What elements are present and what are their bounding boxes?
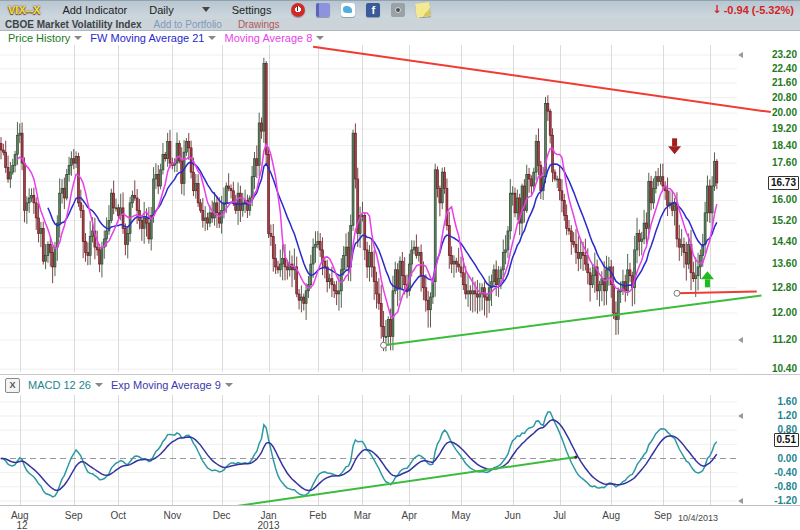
drawings-link[interactable]: Drawings	[238, 19, 280, 30]
down-arrow-icon: ↓	[712, 3, 721, 16]
price-axis-tick: 17.60	[772, 157, 797, 168]
month-axis-label: Aug	[0, 510, 40, 521]
month-axis-label: Mar	[342, 510, 382, 521]
price-axis-tick: 14.40	[772, 236, 797, 247]
drawn-annotations-group[interactable]	[196, 47, 771, 512]
candlestick-series	[0, 58, 718, 352]
chevron-down-icon[interactable]	[208, 36, 216, 40]
add-indicator-button[interactable]: Add Indicator	[62, 4, 127, 16]
trendline-annotation[interactable]	[196, 457, 576, 512]
book-icon[interactable]	[316, 3, 330, 17]
price-legend-item-dropdown[interactable]: Price History	[8, 32, 82, 44]
price-axis-tick: 23.20	[772, 49, 797, 60]
macd-axis-tick: 1.60	[778, 396, 797, 407]
year-axis-label: 2013	[249, 520, 289, 530]
time-axis[interactable]: 12AugSepOctNovDecJan2013FebMarAprMayJunJ…	[0, 505, 800, 530]
price-axis-tick: 11.20	[773, 334, 797, 345]
price-axis-tick: 15.20	[772, 215, 797, 226]
price-legend-item-label: FW Moving Average 21	[90, 32, 204, 44]
camera-icon[interactable]	[391, 3, 405, 17]
year-axis-label: 12	[2, 520, 42, 530]
change-value: -0.94 (-5.32%)	[724, 4, 794, 16]
macd-pane-legend: MACD 12 26Exp Moving Average 9	[20, 379, 233, 391]
price-axis-tick: 21.60	[772, 77, 797, 88]
macd-pane-header: X MACD 12 26Exp Moving Average 9	[0, 374, 800, 395]
price-axis-tick: 12.00	[772, 307, 797, 318]
chevron-down-icon[interactable]	[225, 383, 233, 387]
trendline-annotation[interactable]	[384, 295, 762, 345]
period-dropdown-caret-icon[interactable]	[202, 7, 210, 12]
macd-axis-tick: 1.20	[778, 410, 797, 421]
axis-range-marker-icon	[738, 52, 743, 58]
price-axis-tick: 18.40	[772, 140, 797, 151]
price-axis-tick: 19.20	[772, 123, 797, 134]
macd-axis-tick: -0.80	[774, 481, 797, 492]
trendline-endpoint[interactable]	[574, 455, 577, 458]
price-axis-tick: 13.60	[772, 258, 797, 269]
chevron-down-icon[interactable]	[316, 36, 324, 40]
trendline-handle[interactable]	[381, 342, 387, 348]
chevron-down-icon[interactable]	[95, 383, 103, 387]
price-pane-legend: Price HistoryFW Moving Average 21Moving …	[0, 31, 800, 45]
price-legend-item-label: Price History	[8, 32, 70, 44]
macd-close-button[interactable]: X	[5, 378, 20, 393]
price-axis-tick: 16.00	[772, 194, 797, 205]
month-axis-label: Apr	[389, 510, 429, 521]
arrow-down-annotation-stem[interactable]	[672, 138, 677, 146]
top-toolbar: VIX--X Add Indicator Daily Settings f ↓-…	[0, 0, 800, 18]
arrow-up-annotation-icon[interactable]	[701, 271, 714, 279]
price-axis-tick: 10.40	[772, 363, 797, 374]
price-axis-tick: 20.00	[772, 107, 797, 118]
month-axis-label: Feb	[298, 510, 338, 521]
chart-canvas[interactable]	[0, 0, 800, 530]
symbol-full-name: CBOE Market Volatility Index	[5, 19, 142, 30]
trendline-handle[interactable]	[674, 290, 680, 296]
month-axis-label: Jul	[540, 510, 580, 521]
chevron-down-icon[interactable]	[74, 36, 82, 40]
month-axis-label: Nov	[152, 510, 192, 521]
arrow-up-annotation-stem[interactable]	[705, 279, 710, 287]
charting-app-window: VIX--X Add Indicator Daily Settings f ↓-…	[0, 0, 800, 530]
axis-range-marker-icon	[738, 337, 743, 343]
axis-range-marker-icon	[738, 413, 743, 419]
sticky-note-icon[interactable]	[416, 2, 431, 17]
month-axis-label: Sep	[54, 510, 94, 521]
macd-axis-tick: -0.40	[774, 467, 797, 478]
last-macd-box: 0.51	[774, 433, 799, 447]
month-axis-label: Jun	[493, 510, 533, 521]
month-axis-label: May	[441, 510, 481, 521]
settings-button[interactable]: Settings	[232, 4, 272, 16]
symbol-subheader: CBOE Market Volatility Index Add to Port…	[0, 18, 800, 31]
macd-legend-item-label: MACD 12 26	[28, 379, 91, 391]
alarm-icon[interactable]	[291, 3, 305, 17]
arrow-down-annotation-icon[interactable]	[668, 146, 681, 154]
month-axis-label: Sep	[643, 510, 683, 521]
month-axis-label: Oct	[98, 510, 138, 521]
toolbar-icon-group: f	[291, 3, 430, 17]
month-axis-label: Dec	[202, 510, 242, 521]
macd-legend-item-dropdown[interactable]: MACD 12 26	[28, 379, 103, 391]
period-dropdown[interactable]: Daily	[149, 4, 173, 16]
axis-range-marker-icon	[738, 498, 743, 504]
twitter-icon[interactable]	[341, 3, 355, 17]
add-to-portfolio-link[interactable]: Add to Portfolio	[154, 19, 222, 30]
facebook-icon[interactable]: f	[366, 3, 380, 17]
macd-legend-item-label: Exp Moving Average 9	[111, 379, 221, 391]
price-legend-item-dropdown[interactable]: Moving Average 8	[224, 32, 324, 44]
last-price-box: 16.73	[768, 176, 799, 190]
macd-legend-item-dropdown[interactable]: Exp Moving Average 9	[111, 379, 233, 391]
price-axis-tick: 12.80	[772, 282, 797, 293]
symbol-ticker[interactable]: VIX--X	[8, 4, 40, 16]
price-legend-item-label: Moving Average 8	[224, 32, 312, 44]
price-legend-item-dropdown[interactable]: FW Moving Average 21	[90, 32, 216, 44]
right-axis-gutter[interactable]: 23.2022.4021.6020.8020.0019.2018.4017.60…	[737, 0, 800, 530]
price-change-readout: ↓-0.94 (-5.32%)	[712, 3, 794, 16]
macd-axis-tick: 0.00	[778, 453, 797, 464]
price-axis-tick: 22.40	[772, 63, 797, 74]
month-axis-label: Aug	[591, 510, 631, 521]
end-date-label: 10/4/2013	[678, 513, 718, 523]
trendline-annotation[interactable]	[313, 47, 771, 112]
price-axis-tick: 20.80	[772, 92, 797, 103]
